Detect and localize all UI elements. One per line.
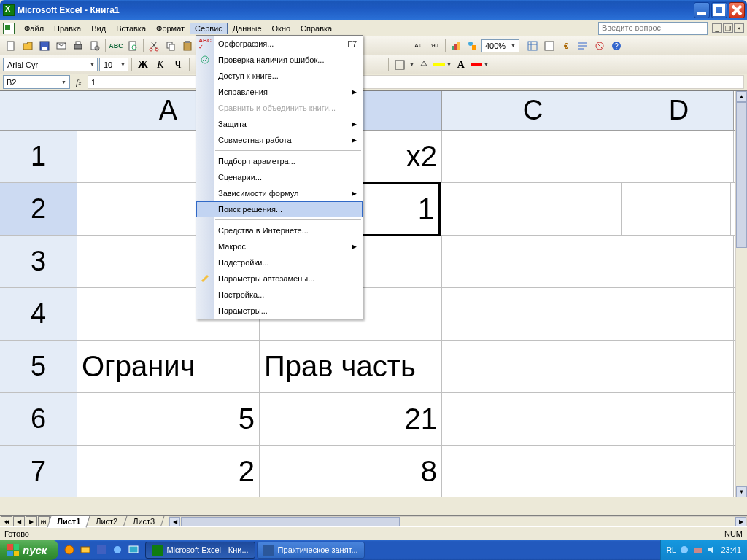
- cell-D2[interactable]: [622, 183, 731, 235]
- cell-A7[interactable]: 2: [77, 446, 260, 497]
- ql-desktop-icon[interactable]: [127, 543, 140, 556]
- italic-button[interactable]: К: [152, 57, 169, 73]
- menu-insert[interactable]: Вставка: [111, 23, 151, 34]
- menu-help[interactable]: Справка: [295, 23, 337, 34]
- scroll-right-icon[interactable]: ▶: [735, 517, 746, 527]
- menu-item[interactable]: Зависимости формул▶: [196, 185, 363, 201]
- scroll-down-icon[interactable]: ▼: [736, 486, 747, 497]
- cell-A5[interactable]: Огранич: [77, 341, 260, 392]
- menu-edit[interactable]: Правка: [49, 23, 86, 34]
- save-button[interactable]: [36, 38, 53, 54]
- font-color-button[interactable]: A: [453, 57, 469, 73]
- cell-D4[interactable]: [624, 288, 734, 340]
- row-head-5[interactable]: 5: [0, 341, 77, 392]
- col-head-D[interactable]: D: [624, 91, 734, 130]
- workbook-minimize-button[interactable]: _: [712, 23, 722, 33]
- menu-item[interactable]: Средства в Интернете...: [196, 222, 363, 238]
- print-preview-button[interactable]: [87, 38, 103, 54]
- scroll-left-icon[interactable]: ◀: [169, 517, 180, 527]
- tray-clock[interactable]: 23:41: [721, 545, 741, 554]
- cell-C5[interactable]: [442, 341, 624, 392]
- menu-item[interactable]: Исправления▶: [196, 84, 363, 100]
- tray-volume-icon[interactable]: [707, 545, 717, 555]
- email-button[interactable]: [53, 38, 69, 54]
- zoom-combo[interactable]: 400%▼: [481, 39, 519, 52]
- menu-item[interactable]: Защита▶: [196, 116, 363, 132]
- cell-D3[interactable]: [624, 236, 734, 287]
- cell-D5[interactable]: [624, 341, 734, 392]
- col-head-C[interactable]: C: [442, 91, 624, 130]
- validation-button[interactable]: [592, 38, 608, 54]
- language-indicator[interactable]: RL: [667, 546, 676, 554]
- research-button[interactable]: [125, 38, 141, 54]
- menu-tools[interactable]: Сервис: [190, 23, 228, 34]
- start-button[interactable]: пуск: [0, 540, 58, 560]
- sheet-tab-1[interactable]: Лист1: [47, 516, 90, 528]
- borders-button[interactable]: [392, 57, 408, 73]
- subtotal-button[interactable]: [575, 38, 591, 54]
- code-button[interactable]: [541, 38, 557, 54]
- cell-B6[interactable]: 21: [260, 393, 442, 445]
- spelling-button[interactable]: ABC: [108, 38, 124, 54]
- underline-button[interactable]: Ч: [170, 57, 186, 73]
- scroll-thumb[interactable]: [736, 102, 747, 248]
- row-head-7[interactable]: 7: [0, 446, 77, 497]
- menu-item[interactable]: Макрос▶: [196, 238, 363, 254]
- sort-desc-button[interactable]: Я↓: [427, 38, 443, 54]
- vertical-scrollbar[interactable]: ▲ ▼: [735, 91, 747, 497]
- taskbar-excel-button[interactable]: Microsoft Excel - Кни...: [145, 542, 255, 559]
- font-combo[interactable]: Arial Cyr▼: [3, 58, 98, 71]
- formula-input[interactable]: 1: [88, 75, 744, 89]
- drawing-button[interactable]: [465, 38, 481, 54]
- menu-file[interactable]: Файл: [19, 23, 49, 34]
- menu-item[interactable]: ABC✓Орфография...F7: [196, 36, 363, 52]
- pivot-button[interactable]: [525, 38, 541, 54]
- scroll-up-icon[interactable]: ▲: [736, 91, 747, 102]
- new-button[interactable]: [3, 38, 19, 54]
- cell-D7[interactable]: [624, 446, 734, 497]
- fx-icon[interactable]: fx: [71, 78, 86, 87]
- tray-icon-1[interactable]: [679, 545, 689, 555]
- menu-view[interactable]: Вид: [86, 23, 111, 34]
- chart-wizard-button[interactable]: [448, 38, 464, 54]
- cell-C3[interactable]: [442, 236, 624, 287]
- menu-item[interactable]: Настройка...: [196, 287, 363, 303]
- fill-color-button[interactable]: [416, 57, 432, 73]
- row-head-4[interactable]: 4: [0, 288, 77, 340]
- name-box[interactable]: B2▼: [3, 75, 70, 89]
- window-close-button[interactable]: [729, 2, 745, 18]
- tray-icon-2[interactable]: [693, 545, 703, 555]
- window-minimize-button[interactable]: [694, 2, 710, 18]
- font-size-combo[interactable]: 10▼: [99, 58, 128, 71]
- menu-item[interactable]: Параметры автозамены...: [196, 271, 363, 287]
- row-head-1[interactable]: 1: [0, 131, 77, 182]
- cell-C7[interactable]: [442, 446, 624, 497]
- menu-item[interactable]: Надстройки...: [196, 254, 363, 271]
- cut-button[interactable]: [146, 38, 162, 54]
- workbook-restore-button[interactable]: ❐: [723, 23, 733, 33]
- bold-button[interactable]: Ж: [135, 57, 151, 73]
- copy-button[interactable]: [163, 38, 179, 54]
- menu-item[interactable]: Доступ к книге...: [196, 68, 363, 84]
- ql-app-icon[interactable]: [111, 543, 124, 556]
- row-head-3[interactable]: 3: [0, 236, 77, 287]
- hscroll-thumb[interactable]: [181, 517, 400, 527]
- help-search-box[interactable]: Введите вопрос: [598, 22, 708, 35]
- row-head-2[interactable]: 2: [0, 183, 77, 235]
- menu-item[interactable]: Проверка наличия ошибок...: [196, 52, 363, 68]
- cell-D1[interactable]: [624, 131, 734, 182]
- workbook-close-button[interactable]: ×: [734, 23, 744, 33]
- currency-euro-button[interactable]: €: [558, 38, 574, 54]
- menu-data[interactable]: Данные: [228, 23, 267, 34]
- menu-item[interactable]: Поиск решения...: [196, 201, 363, 217]
- ql-media-icon[interactable]: [63, 543, 76, 556]
- ql-mail-icon[interactable]: [79, 543, 92, 556]
- row-head-6[interactable]: 6: [0, 393, 77, 445]
- cell-C4[interactable]: [442, 288, 624, 340]
- select-all-corner[interactable]: [0, 91, 77, 130]
- cell-B7[interactable]: 8: [260, 446, 442, 497]
- paste-button[interactable]: [179, 38, 196, 54]
- help-button[interactable]: ?: [608, 38, 624, 54]
- print-button[interactable]: [70, 38, 86, 54]
- menu-item[interactable]: Подбор параметра...: [196, 153, 363, 169]
